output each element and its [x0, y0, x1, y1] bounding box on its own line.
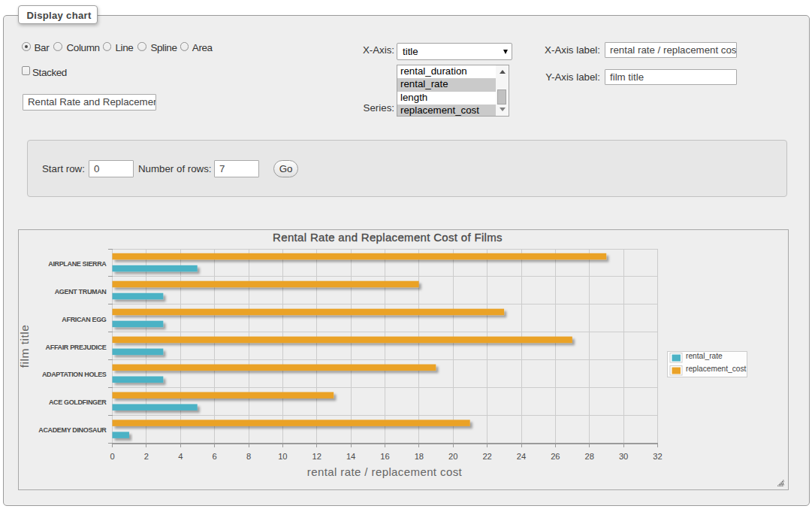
svg-text:8: 8 — [246, 452, 251, 461]
svg-text:AFRICAN EGG: AFRICAN EGG — [62, 316, 106, 323]
svg-text:0: 0 — [110, 452, 114, 461]
svg-text:20: 20 — [448, 452, 457, 461]
svg-text:replacement_cost: replacement_cost — [686, 365, 747, 373]
svg-text:rental_rate: rental_rate — [686, 352, 723, 360]
svg-text:28: 28 — [585, 452, 594, 461]
svg-text:ADAPTATION HOLES: ADAPTATION HOLES — [42, 371, 107, 378]
svg-text:ACE GOLDFINGER: ACE GOLDFINGER — [49, 398, 107, 406]
svg-text:14: 14 — [346, 452, 355, 461]
svg-text:26: 26 — [551, 452, 560, 461]
svg-text:4: 4 — [178, 452, 183, 461]
svg-text:film title: film title — [18, 325, 31, 368]
svg-text:6: 6 — [213, 452, 217, 461]
svg-text:ACADEMY DINOSAUR: ACADEMY DINOSAUR — [38, 426, 107, 434]
svg-text:18: 18 — [415, 452, 424, 461]
svg-text:22: 22 — [482, 452, 491, 461]
svg-text:10: 10 — [278, 452, 287, 461]
svg-text:AGENT TRUMAN: AGENT TRUMAN — [55, 288, 107, 295]
svg-text:12: 12 — [312, 452, 321, 461]
svg-text:rental rate / replacement cost: rental rate / replacement cost — [307, 465, 463, 478]
svg-text:24: 24 — [517, 452, 526, 461]
svg-text:32: 32 — [653, 452, 662, 461]
svg-text:2: 2 — [144, 452, 149, 461]
svg-text:30: 30 — [619, 452, 628, 461]
svg-text:AFFAIR PREJUDICE: AFFAIR PREJUDICE — [46, 344, 107, 351]
svg-text:Rental Rate and Replacement Co: Rental Rate and Replacement Cost of Film… — [273, 231, 503, 244]
svg-text:AIRPLANE SIERRA: AIRPLANE SIERRA — [48, 260, 107, 268]
svg-text:16: 16 — [380, 452, 389, 461]
